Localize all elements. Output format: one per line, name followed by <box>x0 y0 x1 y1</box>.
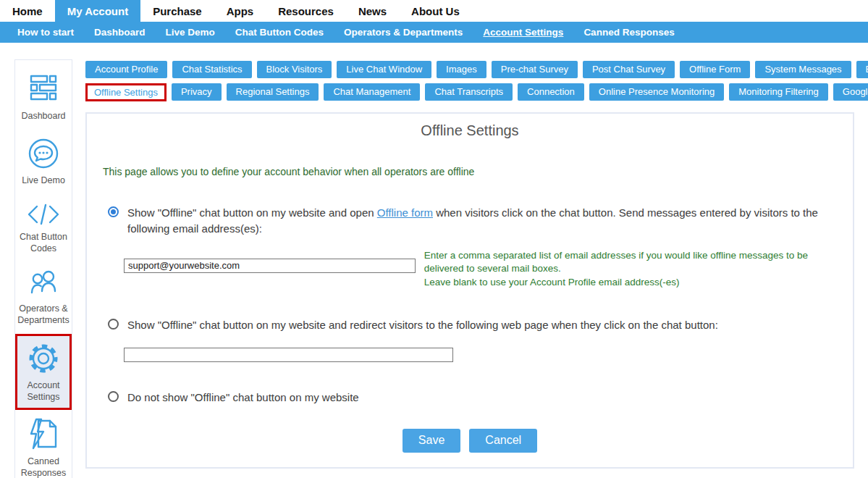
sidebar-item-dashboard[interactable]: Dashboard <box>15 64 72 129</box>
page-layout: Dashboard Live Demo Chat Button Code <box>0 43 868 478</box>
topnav-item-news[interactable]: News <box>346 0 399 22</box>
sidebar-item-chat-button-codes[interactable]: Chat Button Codes <box>15 194 72 262</box>
redirect-url-row <box>124 345 837 362</box>
option-text-pre: Show "Offline" chat button on my website… <box>127 206 377 219</box>
redirect-url-input[interactable] <box>124 348 453 362</box>
operators-icon <box>26 269 61 298</box>
topnav-item-purchase[interactable]: Purchase <box>140 0 214 22</box>
subnav-item-how-to-start[interactable]: How to start <box>7 27 84 38</box>
sidebar-item-label: Dashboard <box>17 110 70 122</box>
tab-chat-transcripts[interactable]: Chat Transcripts <box>425 83 513 101</box>
tab-privacy[interactable]: Privacy <box>172 83 222 101</box>
canned-responses-icon <box>26 418 61 451</box>
sidebar-item-label: Live Demo <box>17 175 70 186</box>
subnav-item-operators-departments[interactable]: Operators & Departments <box>334 27 473 38</box>
tab-offline-form[interactable]: Offline Form <box>680 61 750 78</box>
subnav-item-account-settings[interactable]: Account Settings <box>473 27 573 38</box>
hide-button-option-label: Do not show "Offline" chat button on my … <box>127 390 359 406</box>
redirect-option-label: Show "Offline" chat button on my website… <box>127 317 718 333</box>
code-icon <box>26 202 61 227</box>
sidebar-item-live-demo[interactable]: Live Demo <box>15 129 72 193</box>
topnav-item-resources[interactable]: Resources <box>266 0 346 22</box>
tab-regional-settings[interactable]: Regional Settings <box>227 83 319 101</box>
option-redirect-row: Show "Offline" chat button on my website… <box>103 317 837 333</box>
tab-online-presence-monitoring[interactable]: Online Presence Monitoring <box>589 83 724 101</box>
subnav-item-chat-button-codes[interactable]: Chat Button Codes <box>225 27 334 38</box>
tab-system-messages[interactable]: System Messages <box>755 61 851 78</box>
offline-settings-panel: Offline Settings This page allows you to… <box>85 112 854 469</box>
option-offline-form-row: Show "Offline" chat button on my website… <box>103 205 837 237</box>
sidebar-item-label: Chat Button Codes <box>17 231 70 255</box>
hide-button-radio[interactable] <box>108 391 119 402</box>
tab-pre-chat-survey[interactable]: Pre-chat Survey <box>492 61 578 78</box>
sidebar-item-label: Account Settings <box>17 380 69 403</box>
tab-connection[interactable]: Connection <box>518 83 584 101</box>
tab-block-visitors[interactable]: Block Visitors <box>257 61 332 78</box>
top-nav: Home My Account Purchase Apps Resources … <box>0 0 868 22</box>
email-hint-line1: Enter a comma separated list of email ad… <box>424 249 837 277</box>
gear-icon <box>26 342 61 375</box>
subnav-item-live-demo[interactable]: Live Demo <box>156 27 225 38</box>
topnav-item-about-us[interactable]: About Us <box>399 0 472 22</box>
tab-chat-statistics[interactable]: Chat Statistics <box>172 61 251 78</box>
sidebar-item-canned-responses[interactable]: Canned Responses <box>15 410 72 478</box>
tab-monitoring-filtering[interactable]: Monitoring Filtering <box>729 83 828 101</box>
email-input-row: Enter a comma separated list of email ad… <box>124 249 837 290</box>
topnav-item-my-account[interactable]: My Account <box>55 0 140 22</box>
subnav-item-dashboard[interactable]: Dashboard <box>84 27 156 38</box>
settings-tabs-row2: Offline Settings Privacy Regional Settin… <box>85 83 856 101</box>
subnav-item-canned-responses[interactable]: Canned Responses <box>573 27 684 38</box>
dashboard-icon <box>26 72 61 106</box>
sub-nav: How to start Dashboard Live Demo Chat Bu… <box>0 22 868 43</box>
sidebar-item-account-settings[interactable]: Account Settings <box>15 334 72 411</box>
page-description: This page allows you to define your acco… <box>103 166 837 177</box>
sidebar-item-label: Operators & Departments <box>17 303 70 327</box>
tab-post-chat-survey[interactable]: Post Chat Survey <box>583 61 675 78</box>
offline-form-option-label: Show "Offline" chat button on my website… <box>127 205 835 237</box>
live-demo-icon <box>26 137 61 170</box>
tab-google-analytics[interactable]: Google Analytics <box>833 83 868 101</box>
email-hint-line2: Leave blank to use your Account Profile … <box>424 276 837 290</box>
settings-tabs-row1: Account Profile Chat Statistics Block Vi… <box>85 61 856 78</box>
save-button[interactable]: Save <box>403 429 460 453</box>
main-area: Account Profile Chat Statistics Block Vi… <box>85 43 856 469</box>
form-actions: Save Cancel <box>103 429 837 453</box>
page-title: Offline Settings <box>103 122 837 139</box>
option-hide-button-row: Do not show "Offline" chat button on my … <box>103 390 837 406</box>
tab-images[interactable]: Images <box>437 61 486 78</box>
offline-email-input[interactable] <box>124 259 416 273</box>
sidebar: Dashboard Live Demo Chat Button Code <box>14 59 72 478</box>
redirect-radio[interactable] <box>108 319 119 330</box>
tab-offline-settings[interactable]: Offline Settings <box>85 83 167 101</box>
topnav-item-home[interactable]: Home <box>0 0 55 22</box>
tab-live-chat-window[interactable]: Live Chat Window <box>337 61 431 78</box>
tab-account-profile[interactable]: Account Profile <box>85 61 167 78</box>
tab-eye-catcher[interactable]: Eye Catcher <box>856 61 868 78</box>
offline-form-radio[interactable] <box>108 206 119 217</box>
tab-chat-management[interactable]: Chat Management <box>324 83 420 101</box>
sidebar-item-operators-departments[interactable]: Operators & Departments <box>15 261 72 334</box>
cancel-button[interactable]: Cancel <box>469 429 537 453</box>
sidebar-item-label: Canned Responses <box>17 456 70 478</box>
email-hint: Enter a comma separated list of email ad… <box>424 249 837 290</box>
topnav-item-apps[interactable]: Apps <box>214 0 266 22</box>
offline-form-link[interactable]: Offline form <box>377 206 433 219</box>
